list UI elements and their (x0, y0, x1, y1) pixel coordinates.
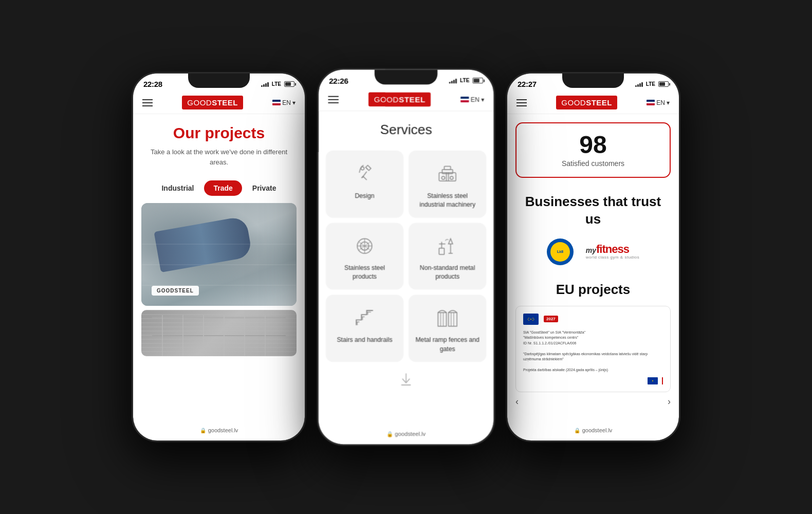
hamburger-line (328, 102, 338, 103)
status-bar-2: 22:26 LTE (319, 70, 494, 88)
service-label-products: Stainless steel products (332, 264, 397, 281)
service-card-design[interactable]: Design (326, 151, 403, 217)
svg-rect-26 (439, 248, 444, 254)
status-icons-3: LTE (635, 81, 669, 87)
tab-private[interactable]: Private (252, 184, 276, 192)
project-image-secondary (141, 310, 297, 356)
eu-company: SIA "GoodSteel" un SIA "Ventmontāža" "Ma… (523, 330, 663, 373)
logo-3[interactable]: GOODSTEEL (556, 96, 617, 109)
svg-point-51 (527, 319, 528, 319)
bar3 (265, 83, 267, 87)
phone1-content: Our projects Take a look at the work we'… (133, 114, 305, 430)
lang-selector-2[interactable]: EN ▾ (460, 96, 484, 103)
bar1 (635, 85, 637, 87)
service-card-machinery[interactable]: Stainless steel industrial machinery (409, 151, 486, 217)
svg-rect-37 (438, 313, 446, 326)
lock-icon-2: 🔒 (386, 431, 393, 436)
bar2 (451, 81, 453, 83)
url-text-3: goodsteel.lv (582, 427, 613, 433)
projects-subtitle: Take a look at the work we've done in di… (145, 147, 292, 167)
svg-rect-38 (449, 313, 457, 326)
projects-header: Our projects Take a look at the work we'… (133, 114, 305, 175)
logo-good-2: GOOD (374, 95, 399, 104)
battery-icon-3 (658, 81, 669, 87)
phone-2: 22:26 LTE (317, 68, 495, 446)
svg-point-47 (528, 318, 529, 319)
svg-point-50 (532, 320, 533, 321)
signal-bars-2 (449, 78, 456, 83)
hamburger-menu-3[interactable] (516, 99, 527, 106)
lidl-text: Lidl (557, 249, 563, 254)
prev-arrow[interactable]: ‹ (515, 396, 519, 407)
time-2: 22:26 (329, 76, 348, 85)
svg-point-16 (450, 176, 453, 179)
url-text-2: goodsteel.lv (395, 431, 426, 437)
services-grid: Design Stainless steel (319, 145, 494, 367)
phone2-content: Services Design (319, 111, 494, 433)
nav-bar-1: GOODSTEEL EN ▾ (133, 91, 305, 114)
service-label-design: Design (355, 192, 374, 200)
lv-stripe (662, 377, 663, 384)
lang-text: EN (282, 99, 291, 106)
flag-icon-3 (647, 100, 655, 105)
service-card-gates[interactable]: Metal ramp fences and gates (409, 295, 486, 362)
battery-icon-2 (473, 78, 483, 83)
battery-fill-3 (659, 82, 665, 86)
service-card-products[interactable]: Stainless steel products (326, 223, 403, 289)
eu-title: EU projects (515, 282, 671, 298)
eu-section: EU projects (507, 273, 679, 415)
url-bar-3: 🔒 goodsteel.lv (574, 427, 613, 433)
svg-rect-19 (444, 167, 450, 170)
logo-1[interactable]: GOODSTEEL (182, 96, 243, 109)
project-image-main: GOODSTEEL (141, 203, 297, 306)
tab-trade[interactable]: Trade (204, 180, 242, 196)
tab-industrial[interactable]: Industrial (161, 184, 194, 192)
railing-graphic (141, 310, 297, 356)
goodsteel-watermark: GOODSTEEL (152, 286, 199, 296)
time-1: 22:28 (143, 80, 162, 88)
url-text-1: goodsteel.lv (208, 427, 238, 433)
phone-1: 22:28 LTE (132, 72, 306, 442)
chevron-down-icon: ▾ (292, 99, 296, 106)
more-services-hint (319, 367, 494, 391)
eu-card-logos (523, 377, 663, 384)
machinery-icon (435, 161, 460, 186)
eu-card: 2027 SIA "GoodSteel" un SIA "Ventmontāža… (515, 306, 671, 392)
logo-steel-3: STEEL (586, 98, 612, 107)
chevron-down-icon-2: ▾ (481, 96, 484, 103)
service-label-machinery: Stainless steel industrial machinery (415, 192, 479, 209)
bar3 (639, 83, 641, 87)
next-arrow[interactable]: › (668, 396, 671, 407)
lidl-logo: Lidl (547, 238, 574, 265)
service-card-stairs[interactable]: Stairs and handrails (326, 295, 403, 362)
flag-icon-2 (460, 97, 469, 102)
svg-point-54 (652, 380, 653, 381)
lang-text-3: EN (656, 99, 665, 106)
eu-nav: ‹ › (515, 396, 671, 407)
nonstandard-icon (435, 233, 460, 259)
svg-point-15 (441, 176, 445, 179)
signal-bars (261, 82, 269, 87)
satisfied-box: 98 Satisfied customers (515, 122, 671, 178)
lte-badge: LTE (272, 81, 281, 87)
logo-good-3: GOOD (561, 98, 586, 107)
service-card-nonstandard[interactable]: Non-standard metal products (409, 223, 486, 289)
myfitness-main: fitness (596, 244, 629, 255)
lte-badge-2: LTE (460, 78, 470, 83)
lang-selector-3[interactable]: EN ▾ (647, 99, 670, 106)
eu-card-container: 2027 SIA "GoodSteel" un SIA "Ventmontāža… (515, 306, 671, 407)
logo-2[interactable]: GOODSTEEL (368, 93, 431, 107)
hamburger-menu-1[interactable] (142, 99, 153, 106)
bar2 (637, 84, 639, 87)
eu-flag-svg (524, 315, 538, 324)
bar1 (261, 85, 263, 87)
eu-2027-badge: 2027 (544, 316, 558, 322)
services-title: Services (331, 122, 481, 138)
lang-selector-1[interactable]: EN ▾ (272, 99, 296, 106)
time-3: 22:27 (518, 80, 537, 88)
stairs-icon (352, 305, 377, 331)
gates-icon (435, 305, 460, 331)
myfitness-sub: world class gym & studios (586, 255, 640, 260)
hamburger-menu-2[interactable] (328, 96, 338, 103)
status-bar-3: 22:27 LTE (507, 74, 679, 91)
